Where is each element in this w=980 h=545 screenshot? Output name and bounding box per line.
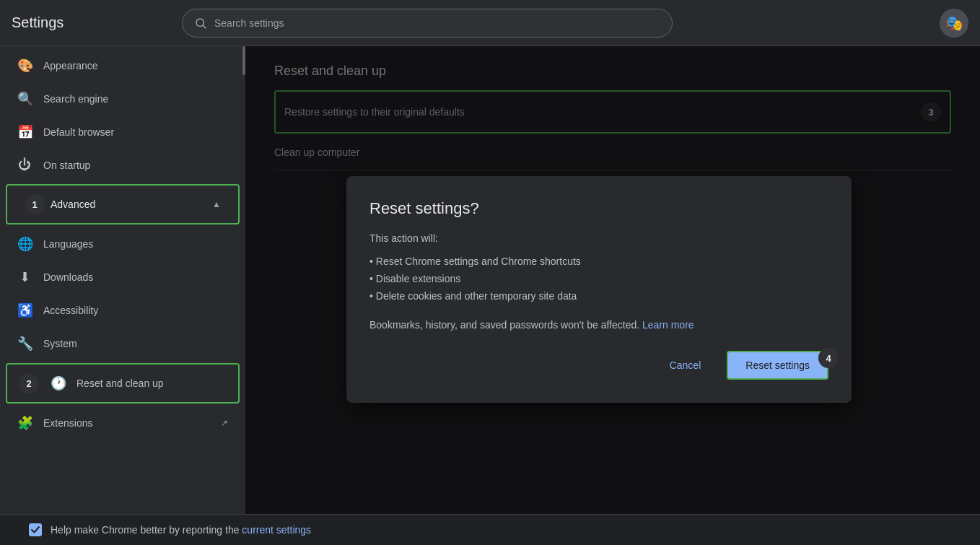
content-area: Reset and clean up Restore settings to t… [245,46,980,514]
settings-title: Settings [12,14,170,31]
current-settings-link[interactable]: current settings [242,524,311,536]
dialog-title: Reset settings? [369,199,828,218]
sidebar-item-on-startup[interactable]: ⏻ On startup [0,149,234,181]
sidebar-item-reset[interactable]: 2 🕐 Reset and clean up [6,363,240,404]
sidebar-item-label: Downloads [43,271,216,283]
reset-settings-button[interactable]: Reset settings [727,351,828,380]
svg-point-0 [196,19,204,27]
sidebar-item-accessibility[interactable]: ♿ Accessibility [0,294,234,327]
sidebar-item-label: Search engine [43,93,216,105]
downloads-icon: ⬇ [17,269,32,285]
header: Settings 🎭 [0,0,980,46]
sidebar-item-label: Accessibility [43,305,216,316]
sidebar-item-languages[interactable]: 🌐 Languages [0,227,234,261]
sidebar-item-label: Reset and clean up [76,378,227,389]
cancel-button[interactable]: Cancel [652,352,719,378]
search-icon [194,17,207,30]
appearance-icon: 🎨 [17,58,32,74]
search-engine-icon: 🔍 [17,91,32,107]
extensions-icon: 🧩 [17,415,32,431]
sidebar-item-search-engine[interactable]: 🔍 Search engine [0,82,234,115]
help-checkbox[interactable] [29,523,42,536]
sidebar-advanced-section[interactable]: 1 Advanced ▲ [6,184,240,224]
learn-more-link[interactable]: Learn more [642,319,694,331]
header-right: 🎭 [940,9,968,38]
external-link-icon: ↗ [221,418,228,428]
reset-badge: 2 [19,373,39,393]
main-layout: 🎨 Appearance 🔍 Search engine 📅 Default b… [0,46,980,514]
advanced-label: Advanced [51,199,95,210]
advanced-badge: 1 [25,194,45,214]
sidebar-item-label: Default browser [43,126,216,138]
dialog-list-item-3: • Delete cookies and other temporary sit… [369,290,828,302]
checkbox-wrapper: Help make Chrome better by reporting the… [29,523,311,536]
bottom-bar: Help make Chrome better by reporting the… [0,514,980,545]
dialog-footer-text: Bookmarks, history, and saved passwords … [369,319,828,331]
sidebar-item-label: Languages [43,238,216,250]
dialog-list: • Reset Chrome settings and Chrome short… [369,256,828,302]
bottom-bar-text: Help make Chrome better by reporting the… [51,524,311,536]
dialog-list-item-2: • Disable extensions [369,273,828,284]
dialog-intro: This action will: [369,232,828,244]
reset-dialog: Reset settings? This action will: • Rese… [346,176,852,403]
svg-line-1 [203,25,206,28]
search-input[interactable] [214,17,660,29]
sidebar-item-label: System [43,338,216,349]
system-icon: 🔧 [17,336,32,352]
dialog-actions: Cancel Reset settings 4 [369,351,828,380]
sidebar-item-downloads[interactable]: ⬇ Downloads [0,261,234,294]
reset-settings-badge: 4 [818,348,839,368]
reset-icon: 🕐 [51,375,65,391]
sidebar-item-appearance[interactable]: 🎨 Appearance [0,49,234,82]
avatar: 🎭 [940,9,968,38]
sidebar-item-system[interactable]: 🔧 System [0,327,234,360]
advanced-chevron-icon: ▲ [212,199,221,209]
on-startup-icon: ⏻ [17,157,32,173]
sidebar-item-label: Appearance [43,60,216,71]
search-bar[interactable] [182,9,673,38]
dialog-list-item-1: • Reset Chrome settings and Chrome short… [369,256,828,267]
accessibility-icon: ♿ [17,302,32,318]
default-browser-icon: 📅 [17,124,32,140]
checkmark-icon [31,526,40,534]
extensions-label: Extensions [43,417,209,429]
sidebar: 🎨 Appearance 🔍 Search engine 📅 Default b… [0,46,245,514]
languages-icon: 🌐 [17,236,32,252]
sidebar-item-label: On startup [43,160,216,171]
sidebar-item-extensions[interactable]: 🧩 Extensions ↗ [0,406,245,440]
sidebar-item-default-browser[interactable]: 📅 Default browser [0,115,234,149]
